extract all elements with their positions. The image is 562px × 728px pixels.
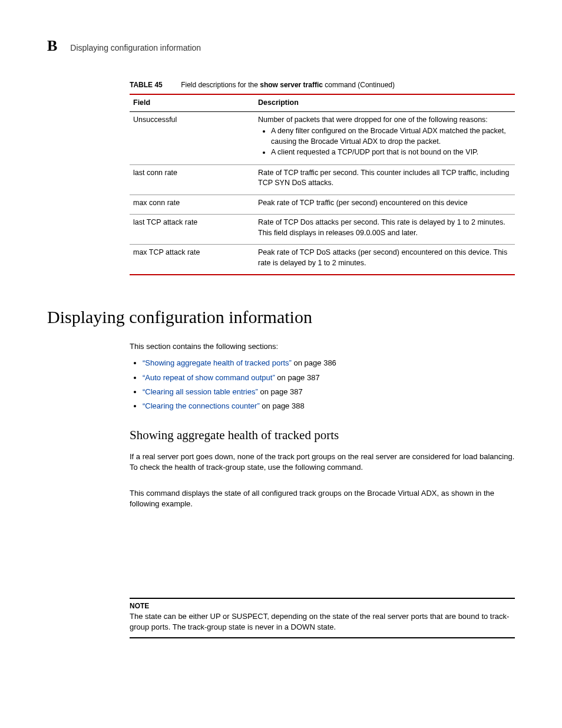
cell-field: last conn rate	[130, 164, 254, 195]
cell-field: last TCP attack rate	[130, 215, 254, 245]
xref-suffix: on page 387	[258, 387, 303, 396]
caption-post: command (Continued)	[323, 81, 395, 89]
list-item: “Clearing all session table entries” on …	[143, 387, 515, 397]
col-description: Description	[254, 94, 515, 111]
list-item: “Showing aggregate health of tracked por…	[143, 358, 515, 368]
desc-item: A deny filter configured on the Brocade …	[271, 126, 511, 147]
xref-suffix: on page 386	[292, 358, 336, 367]
table-caption: TABLE 45 Field descriptions for the show…	[130, 80, 515, 90]
xref-link[interactable]: “Auto repeat of show command output”	[143, 373, 275, 382]
section-heading: Displaying configuration information	[47, 305, 515, 330]
table-number: TABLE 45	[130, 81, 163, 89]
list-item: “Auto repeat of show command output” on …	[143, 373, 515, 383]
note-text: The state can be either UP or SUSPECT, d…	[130, 611, 515, 633]
cell-desc: Number of packets that were dropped for …	[254, 111, 515, 164]
list-item: “Clearing the connections counter” on pa…	[143, 401, 515, 411]
cell-field: max TCP attack rate	[130, 245, 254, 275]
table-row: last TCP attack rate Rate of TCP Dos att…	[130, 215, 515, 245]
desc-list: A deny filter configured on the Brocade …	[258, 126, 511, 158]
xref-link[interactable]: “Showing aggregate health of tracked por…	[143, 358, 292, 367]
page-header: B Displaying configuration information	[47, 35, 515, 57]
table-row: Unsuccessful Number of packets that were…	[130, 111, 515, 164]
field-table: Field Description Unsuccessful Number of…	[130, 94, 515, 275]
note-block: NOTE The state can be either UP or SUSPE…	[130, 598, 515, 638]
subsection-heading: Showing aggregate health of tracked port…	[130, 427, 515, 444]
table-block: TABLE 45 Field descriptions for the show…	[130, 80, 515, 275]
section-body: This section contains the following sect…	[130, 341, 515, 638]
cell-desc: Peak rate of TCP traffic (per second) en…	[254, 195, 515, 215]
caption-bold: show server traffic	[260, 81, 323, 89]
cell-field: max conn rate	[130, 195, 254, 215]
section-intro: This section contains the following sect…	[130, 341, 515, 352]
body-paragraph: This command displays the state of all c…	[130, 488, 515, 509]
cell-desc: Peak rate of TCP DoS attacks (per second…	[254, 245, 515, 275]
appendix-letter: B	[47, 35, 57, 57]
note-label: NOTE	[130, 601, 515, 611]
table-row: max conn rate Peak rate of TCP traffic (…	[130, 195, 515, 215]
xref-link[interactable]: “Clearing all session table entries”	[143, 387, 258, 396]
cell-desc: Rate of TCP Dos attacks per second. This…	[254, 215, 515, 245]
table-row: last conn rate Rate of TCP traffic per s…	[130, 164, 515, 195]
xref-link[interactable]: “Clearing the connections counter”	[143, 401, 260, 410]
xref-suffix: on page 387	[275, 373, 320, 382]
cell-field: Unsuccessful	[130, 111, 254, 164]
table-row: max TCP attack rate Peak rate of TCP DoS…	[130, 245, 515, 275]
xref-suffix: on page 388	[260, 401, 305, 410]
xref-list: “Showing aggregate health of tracked por…	[130, 358, 515, 411]
cell-desc: Rate of TCP traffic per second. This cou…	[254, 164, 515, 195]
col-field: Field	[130, 94, 254, 111]
header-title: Displaying configuration information	[70, 42, 201, 54]
caption-pre: Field descriptions for the	[181, 81, 260, 89]
body-paragraph: If a real server port goes down, none of…	[130, 452, 515, 473]
desc-item: A client requested a TCP/UDP port that i…	[271, 147, 511, 158]
desc-intro: Number of packets that were dropped for …	[258, 116, 488, 124]
